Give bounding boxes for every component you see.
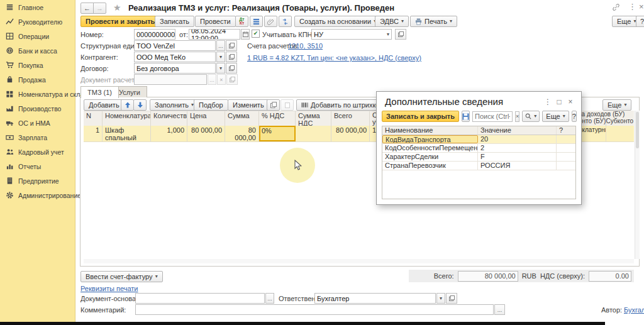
accounts-link[interactable]: 1210, 3510	[288, 42, 323, 50]
settlement-doc-open-button[interactable]	[226, 74, 238, 85]
dialog-row[interactable]: СтранаПеревозчик РОССИЯ	[382, 162, 575, 170]
unit-input[interactable]: TOO VenZel	[134, 40, 216, 51]
vertical-scrollbar[interactable]	[635, 111, 640, 259]
forward-button[interactable]: →	[93, 3, 106, 14]
base-doc-select-button[interactable]: ...	[265, 293, 274, 304]
counterparty-dropdown-button[interactable]: ▾	[216, 52, 225, 62]
dialog-cell-question[interactable]	[557, 162, 575, 170]
counterparty-input[interactable]: ООО Мед ТеКо	[134, 52, 216, 62]
base-doc-input[interactable]	[135, 293, 265, 304]
dialog-cell-question[interactable]	[557, 135, 575, 143]
sidebar-item-nomenklatura-i-sklad[interactable]: Номенклатура и склад	[0, 87, 75, 101]
comment-select-button[interactable]: ...	[494, 304, 505, 315]
cell-total[interactable]: 80 000,00	[331, 126, 370, 141]
cell-n[interactable]: 1	[84, 126, 103, 141]
right-row-fragment[interactable]: нклатурны..	[579, 126, 634, 142]
dialog-maximize-icon[interactable]: □	[553, 97, 565, 106]
responsible-dropdown-button[interactable]: ▾	[436, 293, 445, 304]
col-total[interactable]: Всего	[331, 111, 370, 126]
cell-nomenclature[interactable]: Шкаф спальный ЖК АС 29	[103, 126, 151, 141]
unit-select-button[interactable]: ...	[216, 40, 225, 51]
enter-invoice-button[interactable]: Ввести счет-фактуру▾	[80, 271, 163, 282]
price-type-link[interactable]: 1 RUB = 4.82 KZT, Тип цен: <не указан>, …	[247, 54, 421, 62]
cell-price[interactable]: 80 000,00	[187, 126, 225, 141]
col-price[interactable]: Цена	[187, 111, 225, 126]
dialog-cell-name[interactable]: КодОсобенностиПеремещения	[382, 144, 478, 152]
help-button[interactable]: ?	[636, 16, 644, 27]
back-button[interactable]: ←	[80, 3, 94, 14]
cell-vat-amount[interactable]	[296, 126, 331, 141]
save-button[interactable]: Записать	[155, 16, 194, 27]
post-button[interactable]: Провести	[195, 16, 236, 27]
dialog-cell-name[interactable]: СтранаПеревозчик	[382, 162, 478, 170]
responsible-open-button[interactable]	[446, 293, 457, 304]
unit-open-button[interactable]	[226, 40, 237, 51]
window-close-icon[interactable]: ×	[639, 2, 644, 11]
dialog-more-button[interactable]: Еще▾	[542, 111, 569, 122]
sidebar-item-glavnoe[interactable]: Главное	[0, 0, 75, 14]
responsible-input[interactable]: Бухгалтер	[314, 293, 436, 304]
sidebar-item-pokupka[interactable]: Покупка	[0, 58, 75, 72]
copy-rows-button[interactable]	[267, 99, 280, 111]
attachments-button[interactable]	[264, 16, 277, 27]
dialog-close-icon[interactable]: ×	[565, 97, 576, 106]
edit-button[interactable]: Изменить	[228, 99, 269, 111]
favorite-star-icon[interactable]: ★	[113, 3, 121, 13]
get-link-icon[interactable]	[612, 3, 620, 11]
col-subconto[interactable]: Субконто (Б	[606, 118, 634, 126]
dialog-col-question[interactable]: ?	[557, 126, 575, 135]
settlement-doc-clear-button[interactable]: ×	[217, 74, 226, 85]
calendar-button[interactable]	[241, 29, 250, 40]
cell-quantity[interactable]: 1,000	[151, 126, 187, 141]
col-quantity[interactable]: Количество	[151, 111, 187, 126]
dialog-col-name[interactable]: Наименование	[382, 126, 478, 135]
dialog-save-close-button[interactable]: Записать и закрыть	[382, 111, 459, 122]
related-documents-button[interactable]	[279, 16, 292, 27]
sidebar-item-rukovoditelyu[interactable]: Руководителю	[0, 14, 75, 29]
sidebar-item-prodazha[interactable]: Продажа	[0, 72, 75, 87]
col-amount[interactable]: Сумма	[225, 111, 259, 126]
contract-dropdown-button[interactable]: ▾	[216, 63, 225, 74]
dialog-cell-name[interactable]: КодВидаТранспорта	[382, 135, 478, 143]
sidebar-item-kadrovyj-uchet[interactable]: Кадровый учет	[0, 145, 75, 159]
sidebar-item-operacii[interactable]: Операции	[0, 29, 75, 43]
edvs-button[interactable]: ЭДВС▾	[375, 16, 409, 27]
dialog-search-input[interactable]	[472, 111, 513, 122]
dialog-cell-value[interactable]: F	[478, 153, 557, 161]
dialog-cell-name[interactable]: ХарактерСделки	[382, 153, 478, 161]
dialog-search-button[interactable]: ▾	[522, 111, 540, 122]
dialog-cell-value[interactable]: 2	[478, 144, 557, 152]
sidebar-item-zarplata[interactable]: Зарплата	[0, 130, 75, 145]
kpn-input[interactable]: НУ▾	[311, 29, 392, 40]
sidebar-item-proizvodstvo[interactable]: Производство	[0, 101, 75, 116]
sidebar-item-os-i-nma[interactable]: ОС и НМА	[0, 116, 75, 130]
dialog-cell-question[interactable]	[557, 153, 575, 161]
dialog-cell-value[interactable]: 20	[478, 135, 557, 143]
sidebar-item-bank-i-kassa[interactable]: Банк и касса	[0, 43, 75, 58]
col-nomenclature[interactable]: Номенклатура	[103, 111, 151, 126]
pick-button[interactable]: Подбор	[194, 99, 228, 111]
paste-rows-button[interactable]	[280, 99, 294, 111]
dialog-search-clear-button[interactable]: ×	[515, 111, 519, 122]
table-row[interactable]: 1 Шкаф спальный ЖК АС 29 1,000 80 000,00…	[84, 126, 402, 142]
window-menu-icon[interactable]: ⋮	[628, 2, 636, 11]
fill-button[interactable]: Заполнить▾	[150, 99, 199, 111]
settlement-doc-input[interactable]	[134, 74, 207, 85]
dialog-save-button[interactable]	[462, 111, 470, 122]
sidebar-item-otchety[interactable]: Отчеты	[0, 159, 75, 174]
col-subconto2[interactable]: онто (БУ) 2	[579, 118, 606, 126]
sidebar-item-administrirovanie[interactable]: Администрирование	[0, 188, 75, 202]
author-link[interactable]: Бухгалтер	[624, 306, 644, 314]
reports-button[interactable]	[250, 16, 263, 27]
move-down-button[interactable]	[133, 99, 147, 111]
col-vat-amount[interactable]: Сумма НДС	[296, 111, 331, 126]
date-input[interactable]: 08.05.2024 12:00:00	[189, 29, 240, 40]
cell-vat-percent-active[interactable]: 0%	[259, 126, 296, 141]
dialog-cell-question[interactable]	[557, 144, 575, 152]
cell-amount[interactable]: 80 000,00	[225, 126, 259, 141]
comment-input[interactable]	[135, 304, 494, 315]
dialog-cell-value[interactable]: РОССИЯ	[478, 162, 557, 170]
dialog-col-value[interactable]: Значение	[478, 126, 557, 135]
create-based-on-button[interactable]: Создать на основании▾	[294, 16, 381, 27]
table-more-button[interactable]: Еще▾	[602, 99, 631, 111]
